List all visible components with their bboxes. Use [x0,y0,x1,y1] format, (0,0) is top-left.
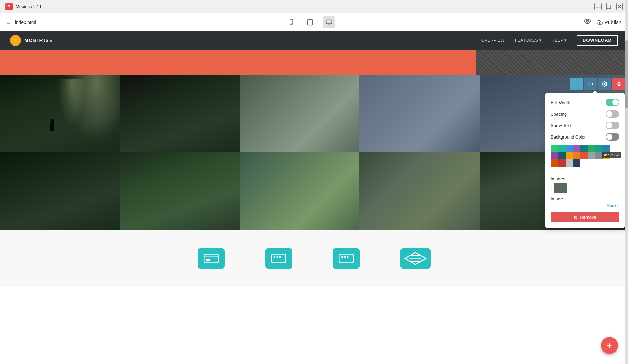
color-swatch-2[interactable] [566,145,573,152]
nav-features[interactable]: FEATURES ▾ [515,38,542,43]
color-swatch-11[interactable] [573,152,580,159]
nav-help[interactable]: HELP ▾ [552,38,567,43]
full-width-toggle[interactable] [606,99,619,106]
add-fab-button[interactable]: + [601,337,618,354]
svg-point-10 [604,83,605,85]
color-swatch-17[interactable] [558,159,566,167]
show-text-row: Show Text [551,122,619,129]
color-swatch-4[interactable] [580,145,588,152]
maximize-button[interactable]: □ [606,3,611,10]
filename-label: index.html [15,20,36,25]
grid-cell-2 [120,75,240,152]
svg-point-1 [291,23,292,24]
image-label: Image [551,196,619,201]
color-swatch-8[interactable] [551,152,558,159]
spacing-label: Spacing [551,112,567,117]
scrollbar[interactable] [625,0,628,364]
svg-rect-4 [326,20,332,24]
grid-cell-7 [120,152,240,230]
nav-overview[interactable]: OVERVIEW [481,38,505,43]
bg-color-toggle[interactable] [606,133,619,141]
color-palette: #553982 [551,145,619,174]
toolbar-right: Publish [584,18,621,27]
color-swatch-0[interactable] [551,145,558,152]
grid-cell-8 [240,152,359,230]
image-thumbnail[interactable] [554,183,567,193]
mobile-device-btn[interactable] [285,16,297,28]
image-grid [0,75,628,230]
device-switcher [285,16,335,28]
color-swatch-5[interactable] [588,145,595,152]
svg-rect-14 [272,254,286,263]
feature-icon-1 [198,248,225,269]
settings-panel: Full Width Spacing Show Text Background … [545,93,625,228]
brand-name: MOBIRISE [24,38,53,43]
color-swatch-19[interactable] [573,159,580,167]
color-swatch-16[interactable] [551,159,558,167]
remove-label: Remove [580,215,596,220]
title-bar: M Mobirise 2.11 — □ ✕ [0,0,628,13]
close-button[interactable]: ✕ [616,3,623,10]
svg-point-21 [347,256,348,258]
hamburger-icon[interactable]: ≡ [7,18,11,26]
tablet-device-btn[interactable] [304,16,316,28]
cloud-icon [597,19,603,25]
svg-rect-18 [339,254,353,263]
remove-button[interactable]: Remove [551,212,619,222]
svg-point-17 [279,256,281,258]
trash-icon [574,215,578,219]
images-label: Images [551,176,619,181]
prev-image-btn[interactable]: ‹ [551,185,552,191]
svg-rect-13 [206,259,210,261]
feature-icon-3 [333,248,360,269]
color-swatch-13[interactable] [588,152,595,159]
show-text-toggle[interactable] [606,122,619,129]
spacing-toggle[interactable] [606,110,619,118]
title-bar-left: M Mobirise 2.11 [5,3,42,10]
more-link[interactable]: More > [551,203,619,208]
delete-button[interactable] [612,78,625,90]
grid-cell-1 [0,75,120,152]
bg-color-row: Background Color [551,133,619,141]
palette-grid: #553982 [551,145,619,174]
images-section: Images ‹ Image More > [551,176,619,208]
svg-point-20 [344,256,346,258]
publish-label: Publish [605,19,621,25]
settings-button[interactable] [598,78,611,90]
grid-cell-9 [359,152,480,230]
bottom-section [0,230,628,287]
section-toolbar [570,78,625,90]
grid-cell-6 [0,152,120,230]
svg-point-19 [341,256,343,258]
color-swatch-12[interactable] [580,152,588,159]
reorder-button[interactable] [570,78,583,90]
color-swatch-18[interactable] [566,159,573,167]
nav-logo: ☀️ [10,35,21,46]
color-swatch-9[interactable] [558,152,566,159]
color-hex-badge: #553982 [602,152,621,158]
app-title: Mobirise 2.11 [16,4,42,9]
color-swatch-3[interactable] [573,145,580,152]
nav-links: OVERVIEW FEATURES ▾ HELP ▾ DOWNLOAD [481,35,618,46]
image-thumb-row: ‹ [551,183,619,193]
scrollbar-thumb[interactable] [625,40,628,108]
color-swatch-1[interactable] [558,145,566,152]
toolbar-left: ≡ index.html [7,18,36,26]
app-logo: M [5,3,13,10]
svg-line-9 [574,82,575,83]
nav-download-btn[interactable]: DOWNLOAD [577,35,618,46]
feature-icon-4 [400,248,431,269]
color-swatch-7[interactable] [603,145,610,152]
logo-letter: M [8,5,10,8]
preview-button[interactable] [584,18,591,27]
desktop-device-btn[interactable] [323,16,335,28]
full-width-label: Full Width [551,100,570,105]
svg-point-3 [310,24,310,25]
color-swatch-6[interactable] [595,145,603,152]
publish-button[interactable]: Publish [597,19,621,25]
spacing-row: Spacing [551,110,619,118]
svg-point-16 [276,256,278,258]
code-button[interactable] [584,78,597,90]
color-swatch-10[interactable] [566,152,573,159]
minimize-button[interactable]: — [594,3,602,10]
